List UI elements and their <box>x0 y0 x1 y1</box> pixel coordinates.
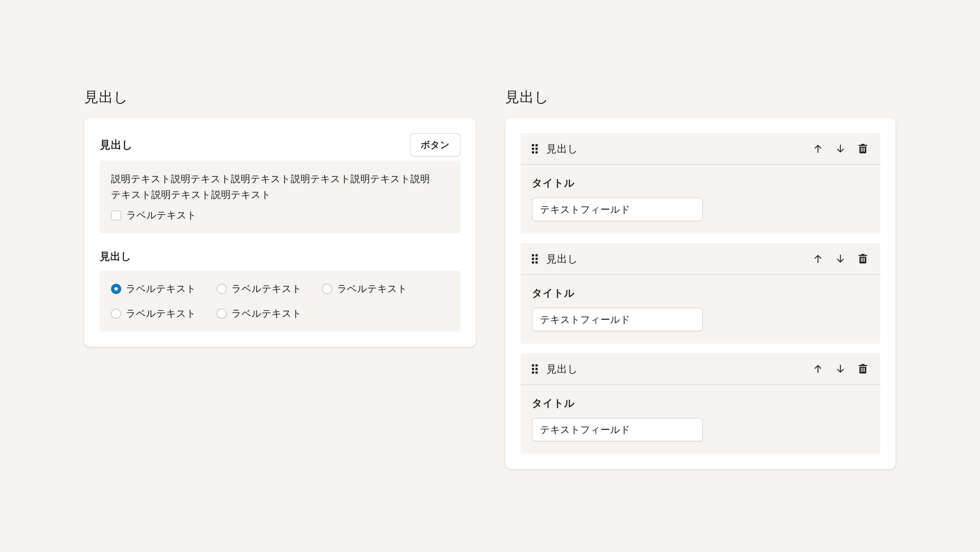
list-item-title: 見出し <box>546 252 578 266</box>
right-panel: 見出し 見出し タイトル <box>505 89 896 469</box>
list-card: 見出し タイトル 見出し <box>505 118 896 469</box>
checkbox[interactable] <box>111 210 121 220</box>
field-label: タイトル <box>532 286 869 300</box>
radio-option-1[interactable]: ラベルテキスト <box>111 282 196 295</box>
form-card: 見出し ボタン 説明テキスト説明テキスト説明テキスト説明テキスト説明テキスト説明… <box>84 118 476 347</box>
list-item-1: 見出し タイトル <box>520 133 880 233</box>
radio-label: ラベルテキスト <box>231 282 302 295</box>
drag-handle-icon[interactable] <box>532 364 538 374</box>
form-card-title: 見出し <box>100 138 133 152</box>
list-item-header: 見出し <box>520 353 880 385</box>
delete-button[interactable] <box>857 142 869 155</box>
title-input[interactable] <box>532 418 703 441</box>
radio-label: ラベルテキスト <box>231 307 302 320</box>
radio-label: ラベルテキスト <box>126 307 196 320</box>
radio-button[interactable] <box>111 309 121 319</box>
radio-group-box: ラベルテキスト ラベルテキスト ラベルテキスト ラベルテキスト <box>100 271 460 331</box>
arrow-down-icon <box>835 364 846 374</box>
move-up-button[interactable] <box>812 142 824 155</box>
delete-button[interactable] <box>857 253 869 265</box>
radio-option-4[interactable]: ラベルテキスト <box>111 307 196 320</box>
action-button[interactable]: ボタン <box>410 133 460 156</box>
radio-section-heading: 見出し <box>100 249 460 263</box>
page-heading-left: 見出し <box>84 89 476 105</box>
move-down-button[interactable] <box>834 142 846 155</box>
radio-option-2[interactable]: ラベルテキスト <box>217 282 302 295</box>
description-text-line2: テキスト説明テキスト説明テキスト <box>111 187 449 203</box>
checkbox-label: ラベルテキスト <box>126 209 197 222</box>
radio-button[interactable] <box>322 284 332 294</box>
title-input[interactable] <box>532 308 703 331</box>
radio-option-3[interactable]: ラベルテキスト <box>322 282 407 295</box>
description-text-line1: 説明テキスト説明テキスト説明テキスト説明テキスト説明テキスト説明 <box>111 171 449 187</box>
move-up-button[interactable] <box>812 363 824 375</box>
radio-row-1: ラベルテキスト ラベルテキスト ラベルテキスト <box>111 282 449 295</box>
field-label: タイトル <box>532 396 869 410</box>
title-input[interactable] <box>532 198 703 221</box>
delete-button[interactable] <box>857 363 869 375</box>
arrow-down-icon <box>835 254 846 264</box>
list-item-header: 見出し <box>520 243 880 275</box>
radio-button[interactable] <box>217 284 227 294</box>
radio-button[interactable] <box>217 309 227 319</box>
list-item-body: タイトル <box>520 385 880 454</box>
trash-icon <box>857 253 869 264</box>
page-heading-right: 見出し <box>505 89 896 105</box>
move-down-button[interactable] <box>834 253 846 265</box>
list-item-2: 見出し タイトル <box>520 243 880 343</box>
description-box: 説明テキスト説明テキスト説明テキスト説明テキスト説明テキスト説明 テキスト説明テ… <box>100 161 460 233</box>
list-item-header: 見出し <box>520 133 880 165</box>
drag-handle-icon[interactable] <box>532 254 538 263</box>
trash-icon <box>857 143 869 154</box>
radio-label: ラベルテキスト <box>337 282 407 295</box>
move-down-button[interactable] <box>834 363 846 375</box>
list-item-title: 見出し <box>546 142 578 156</box>
move-up-button[interactable] <box>812 253 824 265</box>
trash-icon <box>857 363 869 375</box>
radio-label: ラベルテキスト <box>126 282 196 295</box>
radio-button-selected[interactable] <box>111 284 121 294</box>
list-item-title: 見出し <box>546 362 578 376</box>
field-label: タイトル <box>532 176 869 190</box>
form-card-header: 見出し ボタン <box>100 133 460 156</box>
list-item-3: 見出し タイトル <box>520 353 880 454</box>
radio-row-2: ラベルテキスト ラベルテキスト <box>111 307 449 320</box>
list-item-body: タイトル <box>520 165 880 233</box>
checkbox-row[interactable]: ラベルテキスト <box>111 209 449 222</box>
arrow-up-icon <box>813 254 823 264</box>
arrow-up-icon <box>813 364 823 374</box>
arrow-down-icon <box>835 143 846 154</box>
left-panel: 見出し 見出し ボタン 説明テキスト説明テキスト説明テキスト説明テキスト説明テキ… <box>84 89 476 347</box>
drag-handle-icon[interactable] <box>532 144 538 153</box>
list-item-body: タイトル <box>520 275 880 343</box>
arrow-up-icon <box>813 143 823 154</box>
radio-option-5[interactable]: ラベルテキスト <box>217 307 302 320</box>
